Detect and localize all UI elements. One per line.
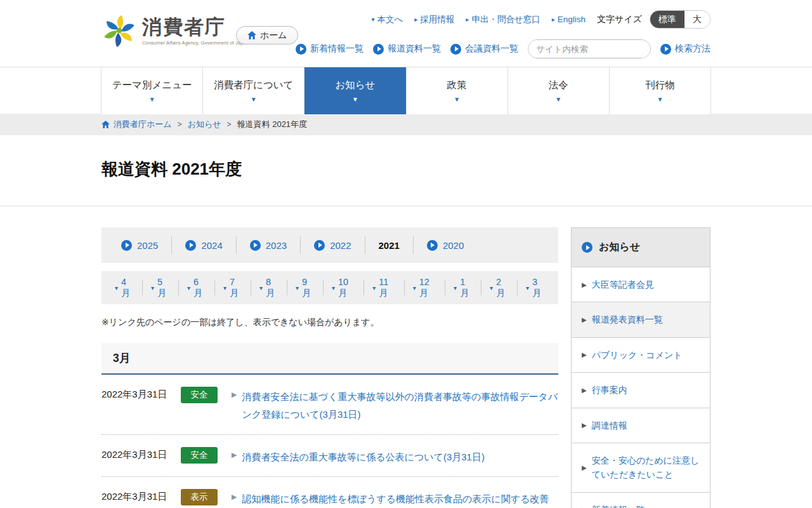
agency-logo[interactable]: 消費者庁 Consumer Affairs Agency, Government… xyxy=(102,13,249,50)
sidebar-item-public-comment[interactable]: ▶ パブリック・コメント xyxy=(572,338,710,373)
month-tab-10[interactable]: ▾10月 xyxy=(324,280,364,295)
year-tab-2022[interactable]: 2022 xyxy=(301,236,365,254)
font-size-large-button[interactable]: 大 xyxy=(684,11,710,28)
skip-to-content-link[interactable]: ▾ 本文へ xyxy=(371,14,403,25)
home-button-label: ホーム xyxy=(260,30,287,41)
caret-down-icon: ▾ xyxy=(372,284,376,291)
month-tab-4[interactable]: ▾4月 xyxy=(107,280,143,295)
new-info-list-link[interactable]: 新着情報一覧 xyxy=(296,43,363,55)
sidebar-item-press-conference[interactable]: ▶ 大臣等記者会見 xyxy=(572,267,710,302)
month-tab-1[interactable]: ▾1月 xyxy=(445,280,481,295)
sidebar-announcements: お知らせ ▶ 大臣等記者会見 ▶ 報道発表資料一覧 ▶ パブリック・コメント ▶… xyxy=(571,227,710,508)
month-tab-5[interactable]: ▾5月 xyxy=(143,280,179,295)
circle-arrow-icon xyxy=(427,240,438,251)
category-badge-safety: 安全 xyxy=(181,447,218,464)
breadcrumb-current: 報道資料 2021年度 xyxy=(237,119,308,130)
recruit-link[interactable]: ▸ 採用情報 xyxy=(414,14,454,25)
caret-down-icon: ▼ xyxy=(657,97,663,103)
news-date: 2022年3月31日 xyxy=(102,387,174,401)
caret-down-icon: ▼ xyxy=(149,97,155,103)
agency-tagline-en: Consumer Affairs Agency, Government of J… xyxy=(142,40,249,46)
sidebar-item-new-info-list[interactable]: ▶ 新着情報一覧 xyxy=(572,493,710,508)
meeting-materials-list-link[interactable]: 会議資料一覧 xyxy=(450,43,518,55)
breadcrumb-separator: > xyxy=(227,120,232,129)
nav-announcements[interactable]: お知らせ ▼ xyxy=(304,67,405,114)
circle-arrow-icon xyxy=(185,240,196,251)
nav-policy[interactable]: 政策 ▼ xyxy=(406,67,508,114)
caret-right-icon: ▶ xyxy=(582,351,587,358)
title-band: 報道資料 2021年度 xyxy=(0,135,812,206)
caret-down-icon: ▾ xyxy=(223,284,226,291)
font-size-standard-button[interactable]: 標準 xyxy=(650,11,684,28)
category-badge-labeling: 表示 xyxy=(181,489,218,505)
caret-down-icon: ▾ xyxy=(490,284,493,291)
circle-arrow-icon xyxy=(296,44,306,55)
caret-right-icon: ▶ xyxy=(582,387,587,394)
inquiry-link[interactable]: ▸ 申出・問合せ窓口 xyxy=(466,14,540,25)
site-header: 消費者庁 Consumer Affairs Agency, Government… xyxy=(0,0,812,67)
sidebar-header[interactable]: お知らせ xyxy=(572,228,710,267)
caret-right-icon: ▶ xyxy=(232,388,237,424)
nav-about-agency[interactable]: 消費者庁について ▼ xyxy=(202,67,304,114)
main-column: 2025 2024 2023 2022 2021 2020 ▾4月 ▾5月 ▾6… xyxy=(102,227,558,508)
caret-right-icon: ▸ xyxy=(466,16,469,23)
breadcrumb: 消費者庁ホーム > お知らせ > 報道資料 2021年度 xyxy=(0,114,812,135)
home-icon xyxy=(102,121,110,128)
news-link[interactable]: 消費者安全法の重大事故等に係る公表について(3月31日) xyxy=(242,448,484,466)
caret-down-icon: ▾ xyxy=(332,284,335,291)
year-tab-2024[interactable]: 2024 xyxy=(172,236,236,254)
month-tab-8[interactable]: ▾8月 xyxy=(251,280,287,295)
news-link[interactable]: 消費者安全法に基づく重大事故等以外の消費者事故等の事故情報データバンク登録につい… xyxy=(242,388,558,424)
caret-right-icon: ▶ xyxy=(232,448,237,466)
caret-down-icon: ▾ xyxy=(187,284,190,291)
month-tab-7[interactable]: ▾7月 xyxy=(215,280,251,295)
month-tab-2[interactable]: ▾2月 xyxy=(481,280,518,295)
caret-down-icon: ▾ xyxy=(454,284,457,291)
circle-arrow-icon xyxy=(450,44,461,55)
circle-arrow-icon xyxy=(660,44,671,55)
year-tab-2021-current: 2021 xyxy=(365,236,414,254)
category-badge-safety: 安全 xyxy=(181,387,218,403)
sidebar-item-procurement[interactable]: ▶ 調達情報 xyxy=(572,408,710,443)
nav-theme-menu[interactable]: テーマ別メニュー ▼ xyxy=(101,67,202,114)
global-nav: テーマ別メニュー ▼ 消費者庁について ▼ お知らせ ▼ 政策 ▼ 法令 ▼ 刊… xyxy=(0,67,812,114)
sidebar-item-events[interactable]: ▶ 行事案内 xyxy=(572,373,710,408)
news-row: 2022年3月31日 表示 ▶ 認知機能に係る機能性を標ぼうする機能性表示食品の… xyxy=(102,477,558,508)
link-disclaimer-note: ※リンク先のページの一部は終了し、表示できない場合があります。 xyxy=(102,317,558,328)
caret-down-icon: ▾ xyxy=(259,284,263,291)
year-tab-2025[interactable]: 2025 xyxy=(108,236,172,254)
caret-down-icon: ▾ xyxy=(115,284,118,291)
sidebar-item-press-release-list[interactable]: ▶ 報道発表資料一覧 xyxy=(572,302,710,337)
news-row: 2022年3月31日 安全 ▶ 消費者安全法に基づく重大事故等以外の消費者事故等… xyxy=(102,375,558,435)
month-tab-3[interactable]: ▾3月 xyxy=(518,280,553,295)
news-link[interactable]: 認知機能に係る機能性を標ぼうする機能性表示食品の表示に関する改善指導及び一般消費… xyxy=(242,490,558,508)
breadcrumb-announcements-link[interactable]: お知らせ xyxy=(188,119,221,130)
news-date: 2022年3月31日 xyxy=(102,447,174,461)
nav-laws[interactable]: 法令 ▼ xyxy=(508,67,609,114)
month-tab-11[interactable]: ▾11月 xyxy=(364,280,404,295)
caret-right-icon: ▸ xyxy=(552,16,555,23)
sidebar-item-safety-cautions[interactable]: ▶ 安全・安心のために注意していただきたいこと xyxy=(572,443,710,493)
english-link[interactable]: ▸ English xyxy=(552,15,586,24)
caret-right-icon: ▶ xyxy=(232,490,237,508)
nav-publications[interactable]: 刊行物 ▼ xyxy=(609,67,711,114)
caret-right-icon: ▶ xyxy=(582,316,587,323)
caret-down-icon: ▼ xyxy=(454,97,460,103)
caret-right-icon: ▶ xyxy=(582,281,587,288)
month-tab-6[interactable]: ▾6月 xyxy=(179,280,215,295)
search-help-link[interactable]: 検索方法 xyxy=(660,43,710,55)
breadcrumb-home-link[interactable]: 消費者庁ホーム xyxy=(102,119,172,130)
site-search-input[interactable] xyxy=(528,40,651,58)
month-tab-12[interactable]: ▾12月 xyxy=(405,280,445,295)
month-tab-9[interactable]: ▾9月 xyxy=(287,280,324,295)
year-tab-2020[interactable]: 2020 xyxy=(414,236,477,254)
caret-down-icon: ▾ xyxy=(371,16,374,23)
home-button[interactable]: ホーム xyxy=(236,26,298,44)
caret-down-icon: ▾ xyxy=(413,284,416,291)
utility-links: ▾ 本文へ ▸ 採用情報 ▸ 申出・問合せ窓口 ▸ English 文字サイズ … xyxy=(371,10,710,29)
home-icon xyxy=(247,31,256,39)
year-tab-2023[interactable]: 2023 xyxy=(237,236,301,254)
caret-right-icon: ▸ xyxy=(414,16,417,23)
press-materials-list-link[interactable]: 報道資料一覧 xyxy=(373,43,441,55)
caret-down-icon: ▾ xyxy=(296,284,299,291)
